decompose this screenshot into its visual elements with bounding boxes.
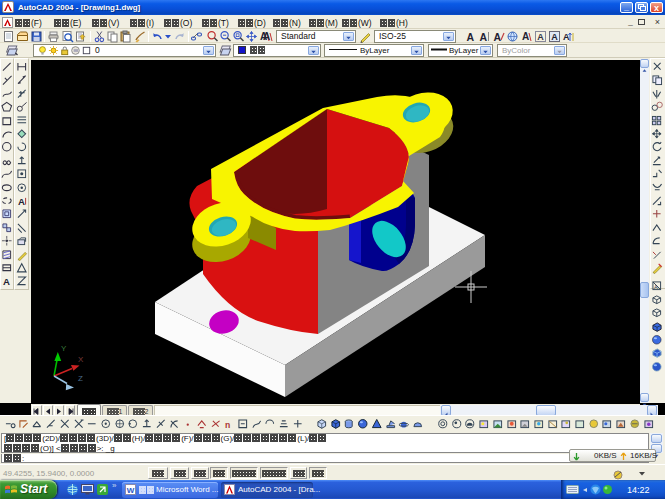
svg-text:Z: Z [78,374,83,383]
svg-text:A: A [480,31,488,43]
svg-text:A: A [263,31,270,42]
svg-text:A: A [494,31,502,43]
svg-text:Y: Y [61,344,67,353]
svg-text:n: n [225,420,230,430]
svg-text:W: W [127,486,135,495]
svg-text:X: X [78,355,84,364]
svg-text:A: A [467,31,475,43]
svg-text:A: A [563,32,570,42]
svg-text:A: A [3,276,10,287]
svg-text:A: A [537,32,544,42]
svg-text:A: A [551,32,558,42]
svg-text:A: A [654,284,658,290]
svg-text:A: A [522,31,529,42]
svg-text:A: A [18,196,25,207]
